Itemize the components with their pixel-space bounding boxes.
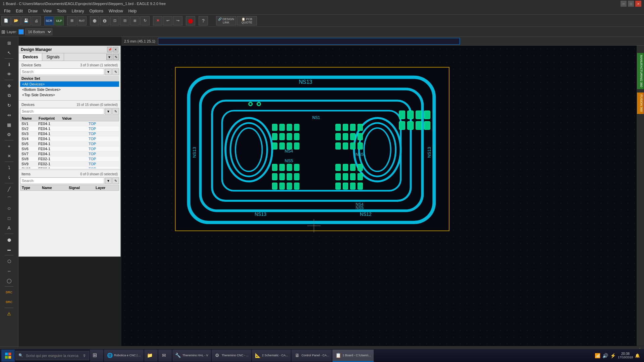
copy-tool[interactable]: ⧉ <box>4 91 14 100</box>
layer-selector[interactable]: Layer: 16 Bottom <box>7 28 52 35</box>
zoom-window-button[interactable]: ⊞ <box>130 16 140 25</box>
taskbar-app-edge[interactable]: 🌐 Robotica e CNC | ... <box>104 350 144 362</box>
menu-options[interactable]: Options <box>87 8 106 14</box>
hole-tool[interactable]: ◯ <box>4 276 14 285</box>
dm-items-search[interactable] <box>20 177 104 184</box>
dm-devices-edit-btn[interactable]: ✎ <box>112 108 119 115</box>
design-link-button[interactable]: 🔗 DESIGN LINK <box>216 16 236 25</box>
stop-button[interactable]: ⬤ <box>186 16 195 25</box>
script-button[interactable]: SCR <box>44 16 54 25</box>
zoom-in-button[interactable]: ⊕ <box>90 16 99 25</box>
network-icon[interactable]: 📶 <box>595 353 600 358</box>
dm-devices-search[interactable] <box>20 108 104 115</box>
rotate-button[interactable]: ↻ <box>140 16 150 25</box>
table-row[interactable]: SV2FE04-1TOP <box>20 126 119 131</box>
taskbar-app-control-panel[interactable]: 🖥 Control Panel - CA... <box>291 350 332 362</box>
menu-edit[interactable]: Edit <box>13 8 25 14</box>
table-row[interactable]: SV3FE04-1TOP <box>20 131 119 136</box>
dimension-tool[interactable]: ↔ <box>4 266 14 276</box>
taskbar-app-schematic[interactable]: 📐 2 Schematic - CA... <box>252 350 291 362</box>
pad-tool[interactable]: ⬤ <box>4 235 14 244</box>
dm-devices-search-btn[interactable]: ▼ <box>105 108 112 115</box>
tab-devices[interactable]: Devices <box>19 53 42 61</box>
dm-devset-bottom[interactable]: <Bottom Side Devices> <box>20 87 119 92</box>
table-row[interactable]: SV7FE04-1TOP <box>20 152 119 157</box>
x-button[interactable]: ✕ <box>153 16 162 25</box>
print-button[interactable]: 🖨 <box>32 16 41 25</box>
delete-tool[interactable]: ✕ <box>4 151 14 161</box>
table-row[interactable]: SV6FE04-1TOP <box>20 146 119 152</box>
menu-file[interactable]: File <box>1 8 13 14</box>
menu-help[interactable]: Help <box>126 8 140 14</box>
taskbar-search[interactable]: 🔍 Scrivi qui per eseguire la ricerca 🎙 <box>15 351 89 360</box>
dm-tab-edit[interactable]: ✎ <box>113 54 119 60</box>
wire-tool[interactable]: ╱ <box>4 184 14 194</box>
pcb-quote-button[interactable]: 📋 PCB QUOTE <box>237 16 257 25</box>
layers-button[interactable]: ⊞ <box>67 16 76 25</box>
smd-tool[interactable]: ▬ <box>4 245 14 254</box>
fusion-badge[interactable]: FUSION 360 <box>637 93 644 114</box>
table-row[interactable]: SV9FE02-1TOP <box>20 162 119 167</box>
menu-draw[interactable]: Draw <box>25 8 40 14</box>
zoom-fit-button[interactable]: ⊡ <box>110 16 119 25</box>
save-button[interactable]: 💾 <box>21 16 31 25</box>
layer-dropdown[interactable]: 16 Bottom <box>25 28 52 35</box>
show-tool[interactable]: 👁 <box>4 69 14 79</box>
table-row[interactable]: SV5FE04-1TOP <box>20 141 119 146</box>
menu-view[interactable]: View <box>40 8 54 14</box>
taskbar-app-theremino-cnc[interactable]: ⚙ Theremino CNC - ... <box>212 350 252 362</box>
menu-library[interactable]: Library <box>69 8 87 14</box>
dm-tab-filter[interactable]: ▼ <box>106 54 112 60</box>
table-row[interactable]: SV1FE04-1TOP <box>20 121 119 126</box>
tab-signals[interactable]: Signals <box>42 53 64 61</box>
zoom-out-button[interactable]: ⊖ <box>100 16 109 25</box>
rect-tool[interactable]: □ <box>4 214 14 223</box>
dm-items-search-btn[interactable]: ▼ <box>105 177 112 184</box>
drc2-icon[interactable]: DRC <box>4 297 14 307</box>
arc-tool[interactable]: ⌒ <box>4 194 14 203</box>
move-tool[interactable]: ✥ <box>4 81 14 90</box>
rotate-tool[interactable]: ↻ <box>4 101 14 110</box>
dm-pin-button[interactable]: 📌 <box>107 47 112 52</box>
volume-icon[interactable]: 🔊 <box>602 353 608 358</box>
dm-close-button[interactable]: ✕ <box>113 47 118 52</box>
group-tool[interactable]: ▦ <box>4 120 14 129</box>
dm-items-edit-btn[interactable]: ✎ <box>112 177 119 184</box>
taskbar-app-mail[interactable]: ✉ <box>158 350 172 362</box>
taskbar-app-board[interactable]: 📋 1 Board - C:\Users\... <box>332 350 374 362</box>
canvas-area[interactable]: NS13 NS13 NS12 NS4 NS5 NS13 NS13 NS1 <box>121 46 637 346</box>
change-tool[interactable]: ⚙ <box>4 130 14 139</box>
polygon-tool[interactable]: ⬡ <box>4 256 14 266</box>
run-button[interactable]: ULP <box>54 16 64 25</box>
table-row[interactable]: SV4FE04-1TOP <box>20 136 119 141</box>
menu-window[interactable]: Window <box>106 8 126 14</box>
add-tool[interactable]: + <box>4 141 14 151</box>
info-button[interactable]: ? <box>199 16 208 25</box>
ratsnest-button[interactable]: RAT <box>77 16 87 25</box>
minimize-button[interactable]: ─ <box>621 1 627 7</box>
undo-button[interactable]: ↩ <box>163 16 172 25</box>
menu-tools[interactable]: Tools <box>54 8 69 14</box>
new-button[interactable]: 📄 <box>1 16 11 25</box>
command-input[interactable] <box>158 38 460 45</box>
taskbar-app-folder[interactable]: 📁 <box>144 350 158 362</box>
dm-devsets-search[interactable] <box>20 68 104 75</box>
close-button[interactable]: ✕ <box>635 1 641 7</box>
auto-route-tool[interactable]: ⤹ <box>4 173 14 182</box>
taskbar-task-view[interactable]: ⊞ <box>90 350 103 362</box>
notification-icon[interactable]: 🔔 <box>635 353 640 358</box>
dm-devset-top[interactable]: <Top Side Devices> <box>20 92 119 98</box>
info-tool[interactable]: ℹ <box>4 60 14 69</box>
circle-tool[interactable]: ○ <box>4 204 14 213</box>
route-tool[interactable]: ⤵ <box>4 163 14 172</box>
maximize-button[interactable]: □ <box>628 1 634 7</box>
taskbar-time[interactable]: 20:38 17/10/2018 <box>618 352 633 359</box>
design-manager-toggle[interactable]: ⊞ <box>4 38 14 48</box>
open-button[interactable]: 📂 <box>11 16 21 25</box>
manufacturing-badge[interactable]: MANUFACTURING 360 <box>637 53 644 89</box>
text-tool[interactable]: A <box>4 223 14 233</box>
table-row[interactable]: SV10FE02-1TOP <box>20 167 119 168</box>
redo-button[interactable]: ↪ <box>173 16 182 25</box>
dm-devset-all[interactable]: <All Devices> <box>20 81 119 87</box>
mirror-tool[interactable]: ⇔ <box>4 110 14 120</box>
